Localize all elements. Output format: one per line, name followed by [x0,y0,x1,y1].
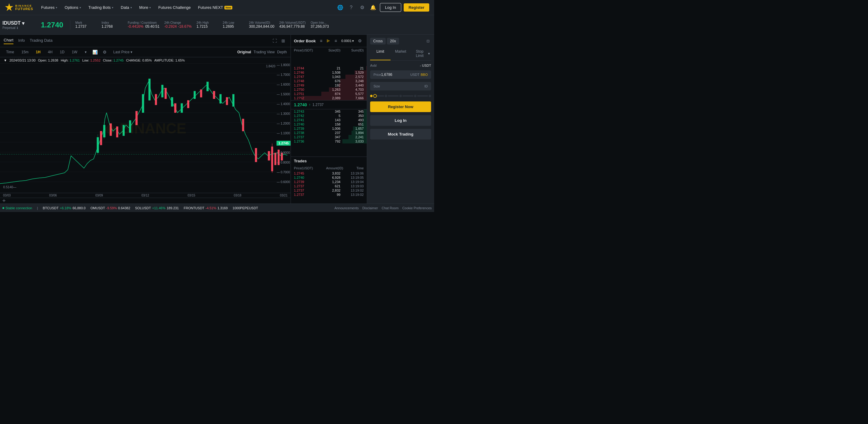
nav-futures-next[interactable]: Futures NEXT New [195,3,236,11]
ob-view-both[interactable]: ⫸ [325,38,332,43]
ob-ask-row[interactable]: 1.2752 2,089 7,666 [291,96,367,100]
chart-type-icon[interactable]: 📊 [91,48,99,56]
view-tradingview[interactable]: Trading View [254,50,275,54]
nav-trading-bots[interactable]: Trading Bots ▾ [85,3,117,11]
ob-bid-row[interactable]: 1.2741 143 493 [291,118,367,122]
ask-sum: 21 [341,66,364,70]
time-btn-time[interactable]: Time [4,50,17,55]
time-btn-1d[interactable]: 1D [57,50,67,55]
ob-bid-row[interactable]: 1.2739 1,006 1,657 [291,126,367,131]
link-disclaimer[interactable]: Disclaimer [362,206,378,210]
ticker-item-sol[interactable]: SOLUSDT +11.46% 189.231 [135,206,179,210]
time-btn-15m[interactable]: 15m [19,50,31,55]
size-slider[interactable] [370,94,431,98]
ob-col-headers: Price(USDT) Size(ID) Sum(ID) [291,47,367,53]
link-announcements[interactable]: Announcements [335,206,359,210]
time-btn-1h[interactable]: 1H [34,50,43,55]
chart-area[interactable]: ◈ BINANCE — 1.8000 — 1.7000 — 1.6000 — 1… [0,63,290,193]
ob-bid-row[interactable]: 1.2736 792 3,033 [291,139,367,143]
symbol-info[interactable]: IDUSDT ▾ Perpetual ℹ [2,21,36,30]
leverage-button[interactable]: 20x [387,38,399,44]
trade-row: 1.2739 1,234 13:19:04 [291,180,367,184]
view-original[interactable]: Original [237,50,251,54]
bid-size: 237 [317,131,340,135]
size-field[interactable] [380,84,424,88]
slider-track-3[interactable] [402,95,413,97]
slider-dot-0[interactable] [370,95,373,97]
ticker-item-front[interactable]: FRONTUSDT -4.51% 1.3169 [184,206,227,210]
tab-market[interactable]: Market [391,47,411,60]
symbol-dropdown[interactable]: ▾ [22,21,24,26]
nav-options[interactable]: Options ▾ [62,3,84,11]
ob-ask-row[interactable]: 1.2746 1,508 1,529 [291,70,367,75]
crosshair-icon[interactable]: ✛ [2,199,5,203]
globe-icon[interactable]: 🌐 [336,3,344,12]
order-mode-icon[interactable]: ⊡ [425,38,431,44]
ob-precision-selector[interactable]: 0.0001 ▾ [341,39,354,43]
slider-track[interactable] [373,95,384,97]
mock-trading-button[interactable]: Mock Trading [370,129,431,139]
settings-icon[interactable]: ⚙ [358,3,367,12]
slider-track-4[interactable] [417,95,428,97]
notification-icon[interactable]: 🔔 [369,3,377,12]
more-intervals[interactable]: ▾ [82,50,89,55]
ob-ask-row[interactable]: 1.2748 676 3,248 [291,79,367,83]
ob-ask-row[interactable]: 1.2751 874 5,577 [291,92,367,96]
ob-ask-row[interactable]: 1.2747 1,043 2,572 [291,75,367,79]
tab-stop-limit[interactable]: Stop Limit ▾ [411,47,431,60]
register-now-button[interactable]: Register Now [370,101,431,112]
bid-price: 1.2742 [294,114,317,118]
svg-rect-45 [274,153,276,165]
ticker-item-om[interactable]: OMUSDT -9.59% 0.64382 [91,206,130,210]
ob-settings-icon[interactable]: ⚙ [356,37,364,44]
ob-ask-row[interactable]: 1.2750 1,263 4,703 [291,88,367,92]
tab-chart[interactable]: Chart [4,38,13,44]
slider-dot-25[interactable] [385,95,387,97]
ob-bid-row[interactable]: 1.2740 158 651 [291,122,367,126]
nav-futures-challenge[interactable]: Futures Challenge [155,3,194,11]
help-icon[interactable]: ? [347,3,355,12]
slider-track-2[interactable] [388,95,399,97]
slider-dot-50[interactable] [399,95,402,97]
nav-data[interactable]: Data ▾ [118,3,135,11]
ob-ask-row[interactable]: 1.2749 192 3,440 [291,83,367,88]
margin-type-button[interactable]: Cross [370,38,386,44]
trade-row: 1.2740 6,928 13:19:05 [291,175,367,180]
expand-icon[interactable]: ⛶ [271,37,278,44]
nav-more[interactable]: More ▾ [136,3,154,11]
link-chat-room[interactable]: Chat Room [382,206,399,210]
ob-bid-row[interactable]: 1.2738 237 1,894 [291,131,367,135]
price-field[interactable] [381,72,410,77]
tab-trading-data[interactable]: Trading Data [30,38,53,44]
grid-icon[interactable]: ⊞ [280,37,287,44]
price-input[interactable]: Price USDT BBO [370,70,431,79]
logo[interactable]: BINANCE FUTURES [5,3,33,12]
log-in-button[interactable]: Log In [370,115,431,126]
view-depth[interactable]: Depth [277,50,287,54]
slider-thumb[interactable] [373,94,377,98]
tab-info[interactable]: Info [18,38,25,44]
slider-dot-75[interactable] [414,95,416,97]
ob-bid-row[interactable]: 1.2743 345 345 [291,109,367,113]
tab-limit[interactable]: Limit [370,47,391,60]
ob-view-sell[interactable]: ≡ [318,38,324,43]
ob-ask-row[interactable]: 1.2744 21 21 [291,66,367,70]
time-btn-4h[interactable]: 4H [45,50,55,55]
settings-chart-icon[interactable]: ⚙ [101,48,108,56]
ob-bid-row[interactable]: 1.2737 347 2,241 [291,135,367,139]
login-button[interactable]: Log In [380,3,401,12]
ticker-item-pepe[interactable]: 1000PEPEUSDT [232,206,258,210]
register-button[interactable]: Register [404,3,429,11]
bbo-button[interactable]: BBO [421,73,428,76]
time-btn-1w[interactable]: 1W [69,50,80,55]
link-cookie[interactable]: Cookie Preferences [402,206,432,210]
trade-row: 1.2737 621 13:19:03 [291,184,367,188]
nav-futures[interactable]: Futures ▾ [38,3,60,11]
last-price-btn[interactable]: Last Price ▾ [111,50,135,55]
ob-view-buy[interactable]: ≡ [333,38,339,43]
slider-dot-100[interactable] [429,95,431,97]
ob-bid-row[interactable]: 1.2742 5 350 [291,113,367,118]
size-input[interactable]: Size ID [370,82,431,91]
change-pct: -18.67% [178,24,192,29]
ticker-item-btc[interactable]: BTCUSDT +6.18% 66,880.0 [43,206,85,210]
